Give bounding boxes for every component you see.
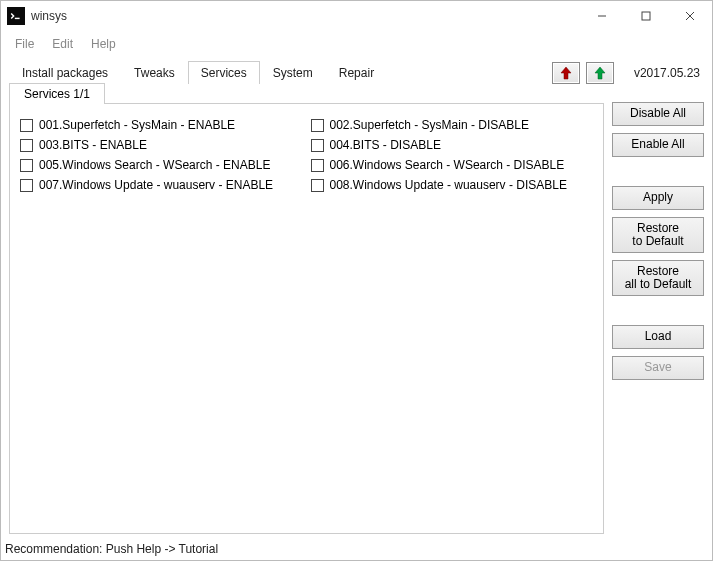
status-bar: Recommendation: Push Help -> Tutorial (1, 538, 712, 560)
checkbox[interactable] (311, 119, 324, 132)
service-item[interactable]: 004.BITS - DISABLE (311, 138, 594, 152)
restore-to-default-button[interactable]: Restore to Default (612, 217, 704, 253)
arrow-up-red-icon (560, 66, 572, 80)
service-label: 006.Windows Search - WSearch - DISABLE (330, 158, 565, 172)
service-item[interactable]: 005.Windows Search - WSearch - ENABLE (20, 158, 303, 172)
sub-tabs: Services 1/1 (9, 83, 604, 104)
arrow-up-green-button[interactable] (586, 62, 614, 84)
save-button[interactable]: Save (612, 356, 704, 380)
services-panel: 001.Superfetch - SysMain - ENABLE 003.BI… (9, 103, 604, 534)
service-label: 008.Windows Update - wuauserv - DISABLE (330, 178, 567, 192)
checkbox[interactable] (311, 139, 324, 152)
services-column-2: 002.Superfetch - SysMain - DISABLE 004.B… (311, 118, 594, 519)
tab-repair[interactable]: Repair (326, 61, 387, 84)
checkbox[interactable] (20, 179, 33, 192)
subtab-services-1[interactable]: Services 1/1 (9, 83, 105, 104)
service-label: 003.BITS - ENABLE (39, 138, 147, 152)
disable-all-button[interactable]: Disable All (612, 102, 704, 126)
checkbox[interactable] (311, 179, 324, 192)
button-label: Restore all to Default (625, 265, 692, 291)
apply-button[interactable]: Apply (612, 186, 704, 210)
service-item[interactable]: 006.Windows Search - WSearch - DISABLE (311, 158, 594, 172)
service-label: 004.BITS - DISABLE (330, 138, 441, 152)
arrow-up-red-button[interactable] (552, 62, 580, 84)
titlebar: winsys (1, 1, 712, 31)
service-label: 001.Superfetch - SysMain - ENABLE (39, 118, 235, 132)
menu-file[interactable]: File (7, 35, 42, 53)
services-column-1: 001.Superfetch - SysMain - ENABLE 003.BI… (20, 118, 303, 519)
service-item[interactable]: 001.Superfetch - SysMain - ENABLE (20, 118, 303, 132)
main-tabs: Install packages Tweaks Services System … (9, 61, 387, 84)
maximize-button[interactable] (624, 1, 668, 31)
service-label: 005.Windows Search - WSearch - ENABLE (39, 158, 270, 172)
app-icon (7, 7, 25, 25)
tab-install-packages[interactable]: Install packages (9, 61, 121, 84)
version-label: v2017.05.23 (634, 66, 700, 80)
tab-system[interactable]: System (260, 61, 326, 84)
restore-all-to-default-button[interactable]: Restore all to Default (612, 260, 704, 296)
enable-all-button[interactable]: Enable All (612, 133, 704, 157)
button-label: Restore to Default (632, 222, 683, 248)
tab-services[interactable]: Services (188, 61, 260, 84)
menu-help[interactable]: Help (83, 35, 124, 53)
checkbox[interactable] (20, 139, 33, 152)
content-area: Services 1/1 001.Superfetch - SysMain - … (1, 84, 712, 538)
sidebar-actions: Disable All Enable All Apply Restore to … (604, 84, 704, 534)
toolbar-row: Install packages Tweaks Services System … (1, 57, 712, 84)
checkbox[interactable] (20, 159, 33, 172)
menu-edit[interactable]: Edit (44, 35, 81, 53)
svg-rect-1 (642, 12, 650, 20)
tab-tweaks[interactable]: Tweaks (121, 61, 188, 84)
service-label: 002.Superfetch - SysMain - DISABLE (330, 118, 529, 132)
checkbox[interactable] (20, 119, 33, 132)
minimize-button[interactable] (580, 1, 624, 31)
checkbox[interactable] (311, 159, 324, 172)
service-label: 007.Windows Update - wuauserv - ENABLE (39, 178, 273, 192)
menubar: File Edit Help (1, 31, 712, 57)
service-item[interactable]: 008.Windows Update - wuauserv - DISABLE (311, 178, 594, 192)
arrow-up-green-icon (594, 66, 606, 80)
close-button[interactable] (668, 1, 712, 31)
window-title: winsys (31, 9, 67, 23)
load-button[interactable]: Load (612, 325, 704, 349)
service-item[interactable]: 007.Windows Update - wuauserv - ENABLE (20, 178, 303, 192)
service-item[interactable]: 002.Superfetch - SysMain - DISABLE (311, 118, 594, 132)
service-item[interactable]: 003.BITS - ENABLE (20, 138, 303, 152)
